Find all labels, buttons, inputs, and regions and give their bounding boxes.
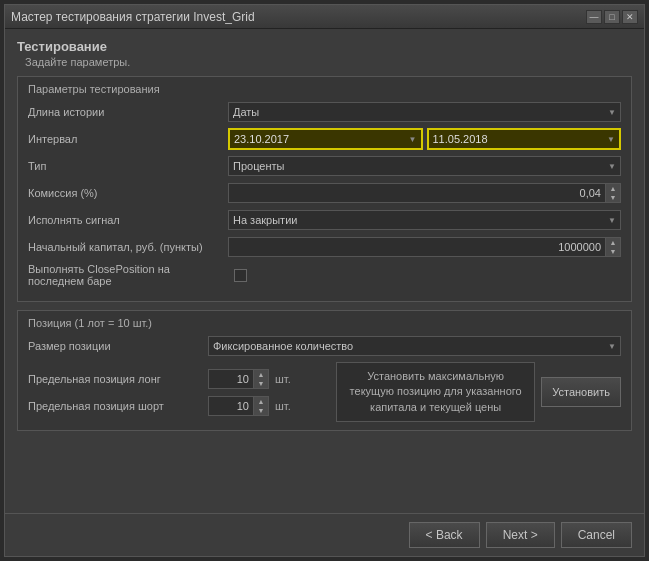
- spin-commission: ▲ ▼: [228, 183, 621, 203]
- dropdown-pos-size[interactable]: Фиксированное количество ▼: [208, 336, 621, 356]
- cancel-button[interactable]: Cancel: [561, 522, 632, 548]
- pos-rows-container: Предельная позиция лонг ▲ ▼ шт.: [28, 362, 621, 422]
- dropdown-history[interactable]: Даты ▼: [228, 102, 621, 122]
- commission-input[interactable]: [228, 183, 605, 203]
- param-row-commission: Комиссия (%) ▲ ▼: [28, 182, 621, 204]
- interval-group: 23.10.2017 ▼ 11.05.2018 ▼: [228, 128, 621, 150]
- date-from-arrow: ▼: [409, 135, 417, 144]
- spin-pos-short: ▲ ▼: [208, 396, 269, 416]
- dropdown-signal-arrow: ▼: [608, 216, 616, 225]
- commission-spin-btns: ▲ ▼: [605, 183, 621, 203]
- label-capital: Начальный капитал, руб. (пункты): [28, 241, 228, 253]
- pos-long-spin-btns: ▲ ▼: [253, 369, 269, 389]
- control-type: Проценты ▼: [228, 156, 621, 176]
- section-title: Тестирование: [17, 39, 632, 54]
- install-button[interactable]: Установить: [541, 377, 621, 407]
- spin-capital: ▲ ▼: [228, 237, 621, 257]
- info-box: Установить максимальную текущую позицию …: [336, 362, 535, 422]
- label-type: Тип: [28, 160, 228, 172]
- dropdown-history-arrow: ▼: [608, 108, 616, 117]
- title-bar: Мастер тестирования стратегии Invest_Gri…: [5, 5, 644, 29]
- label-pos-long: Предельная позиция лонг: [28, 373, 208, 385]
- label-pos-short: Предельная позиция шорт: [28, 400, 208, 412]
- param-row-signal: Исполнять сигнал На закрытии ▼: [28, 209, 621, 231]
- pos-short-units: шт.: [275, 400, 291, 412]
- pos-short-spin-down[interactable]: ▼: [254, 406, 268, 415]
- control-pos-long: ▲ ▼ шт.: [208, 369, 291, 389]
- dropdown-type[interactable]: Проценты ▼: [228, 156, 621, 176]
- spin-pos-long: ▲ ▼: [208, 369, 269, 389]
- date-to-dropdown[interactable]: 11.05.2018 ▼: [427, 128, 622, 150]
- date-to-value: 11.05.2018: [433, 133, 488, 145]
- control-capital: ▲ ▼: [228, 237, 621, 257]
- date-from-dropdown[interactable]: 23.10.2017 ▼: [228, 128, 423, 150]
- capital-spin-down[interactable]: ▼: [606, 247, 620, 256]
- section-subtitle: Задайте параметры.: [25, 56, 632, 68]
- control-commission: ▲ ▼: [228, 183, 621, 203]
- position-title: Позиция (1 лот = 10 шт.): [28, 317, 621, 329]
- back-button[interactable]: < Back: [409, 522, 480, 548]
- param-row-type: Тип Проценты ▼: [28, 155, 621, 177]
- content-area: Тестирование Задайте параметры. Параметр…: [5, 29, 644, 513]
- control-interval: 23.10.2017 ▼ 11.05.2018 ▼: [228, 128, 621, 150]
- minimize-button[interactable]: —: [586, 10, 602, 24]
- param-row-interval: Интервал 23.10.2017 ▼ 11.05.2018 ▼: [28, 128, 621, 150]
- pos-row-size: Размер позиции Фиксированное количество …: [28, 335, 621, 357]
- params-box: Параметры тестирования Длина истории Дат…: [17, 76, 632, 302]
- info-section: Установить максимальную текущую позицию …: [336, 362, 621, 422]
- dropdown-signal-value: На закрытии: [233, 214, 297, 226]
- pos-long-units: шт.: [275, 373, 291, 385]
- pos-long-spin-up[interactable]: ▲: [254, 370, 268, 379]
- footer: < Back Next > Cancel: [5, 513, 644, 556]
- pos-short-spin-btns: ▲ ▼: [253, 396, 269, 416]
- dropdown-history-value: Даты: [233, 106, 259, 118]
- capital-spin-btns: ▲ ▼: [605, 237, 621, 257]
- pos-limits: Предельная позиция лонг ▲ ▼ шт.: [28, 368, 328, 417]
- next-button[interactable]: Next >: [486, 522, 555, 548]
- dropdown-pos-size-arrow: ▼: [608, 342, 616, 351]
- checkbox-label: Выполнять ClosePosition на последнем бар…: [28, 263, 228, 287]
- position-box: Позиция (1 лот = 10 шт.) Размер позиции …: [17, 310, 632, 431]
- dropdown-type-arrow: ▼: [608, 162, 616, 171]
- label-signal: Исполнять сигнал: [28, 214, 228, 226]
- section-header: Тестирование Задайте параметры.: [17, 39, 632, 68]
- maximize-button[interactable]: □: [604, 10, 620, 24]
- date-to-arrow: ▼: [607, 135, 615, 144]
- window-title: Мастер тестирования стратегии Invest_Gri…: [11, 10, 255, 24]
- dropdown-type-value: Проценты: [233, 160, 284, 172]
- param-row-history: Длина истории Даты ▼: [28, 101, 621, 123]
- control-pos-short: ▲ ▼ шт.: [208, 396, 291, 416]
- control-history: Даты ▼: [228, 102, 621, 122]
- date-from-value: 23.10.2017: [234, 133, 289, 145]
- commission-spin-up[interactable]: ▲: [606, 184, 620, 193]
- pos-row-short: Предельная позиция шорт ▲ ▼ шт.: [28, 395, 328, 417]
- pos-row-long: Предельная позиция лонг ▲ ▼ шт.: [28, 368, 328, 390]
- label-commission: Комиссия (%): [28, 187, 228, 199]
- control-pos-size: Фиксированное количество ▼: [208, 336, 621, 356]
- capital-spin-up[interactable]: ▲: [606, 238, 620, 247]
- label-pos-size: Размер позиции: [28, 340, 208, 352]
- dropdown-pos-size-value: Фиксированное количество: [213, 340, 353, 352]
- capital-input[interactable]: [228, 237, 605, 257]
- main-window: Мастер тестирования стратегии Invest_Gri…: [4, 4, 645, 557]
- pos-long-input[interactable]: [208, 369, 253, 389]
- label-interval: Интервал: [28, 133, 228, 145]
- pos-long-spin-down[interactable]: ▼: [254, 379, 268, 388]
- checkbox-row: Выполнять ClosePosition на последнем бар…: [28, 263, 621, 287]
- pos-short-spin-up[interactable]: ▲: [254, 397, 268, 406]
- close-position-checkbox[interactable]: [234, 269, 247, 282]
- param-row-capital: Начальный капитал, руб. (пункты) ▲ ▼: [28, 236, 621, 258]
- control-signal: На закрытии ▼: [228, 210, 621, 230]
- title-bar-buttons: — □ ✕: [586, 10, 638, 24]
- label-history: Длина истории: [28, 106, 228, 118]
- commission-spin-down[interactable]: ▼: [606, 193, 620, 202]
- dropdown-signal[interactable]: На закрытии ▼: [228, 210, 621, 230]
- params-title: Параметры тестирования: [28, 83, 621, 95]
- close-button[interactable]: ✕: [622, 10, 638, 24]
- pos-short-input[interactable]: [208, 396, 253, 416]
